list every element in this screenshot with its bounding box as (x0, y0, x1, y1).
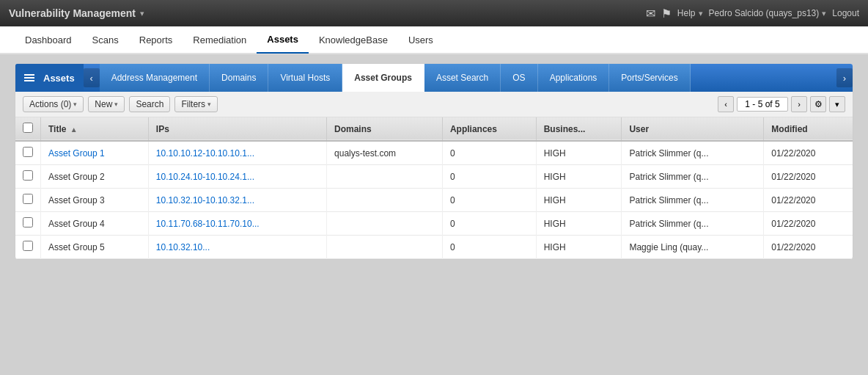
row-ips-link[interactable]: 10.10.24.10-10.10.24.1... (156, 172, 254, 182)
row-title: Asset Group 3 (41, 189, 149, 212)
nav-item-scans[interactable]: Scans (82, 26, 129, 54)
title-chevron: ▾ (140, 9, 144, 18)
row-user: Maggie Ling (quay... (622, 236, 764, 259)
row-checkbox-col (15, 189, 41, 212)
nav-item-remediation[interactable]: Remediation (183, 26, 257, 54)
row-checkbox-col (15, 165, 41, 189)
nav-item-users[interactable]: Users (398, 26, 444, 54)
row-ips-link[interactable]: 10.10.32.10-10.10.32.1... (156, 195, 254, 205)
asset-groups-table: Title ▲ IPs Domains Appliances Busines..… (15, 117, 853, 259)
help-chevron: ▾ (699, 9, 703, 18)
row-business: HIGH (536, 212, 622, 236)
prev-page-button[interactable]: ‹ (718, 96, 734, 112)
user-link[interactable]: Pedro Salcido (quays_ps13) (709, 8, 820, 18)
row-title-text: Asset Group 4 (48, 219, 105, 229)
new-chevron: ▾ (114, 101, 118, 108)
settings-button[interactable]: ⚙ (810, 96, 826, 112)
row-ips: 10.10.10.12-10.10.10.1... (148, 141, 326, 165)
col-ips: IPs (148, 117, 326, 141)
table-row: Asset Group 310.10.32.10-10.10.32.1...0H… (15, 189, 853, 212)
tab-os[interactable]: OS (501, 64, 537, 92)
row-appliances: 0 (442, 212, 536, 236)
actions-chevron: ▾ (73, 101, 77, 108)
row-user: Patrick Slimmer (q... (622, 189, 764, 212)
sort-arrow-title: ▲ (70, 125, 78, 134)
row-business: HIGH (536, 141, 622, 165)
nav-item-reports[interactable]: Reports (129, 26, 183, 54)
row-ips: 10.10.32.10-10.10.32.1... (148, 189, 326, 212)
table-body: Asset Group 110.10.10.12-10.10.10.1...qu… (15, 141, 853, 259)
tab-asset-groups[interactable]: Asset Groups (342, 64, 424, 92)
page-info: 1 - 5 of 5 (737, 97, 788, 112)
col-business: Busines... (536, 117, 622, 141)
top-bar-links: Help ▾ Pedro Salcido (quays_ps13) ▾ Logo… (677, 8, 859, 18)
assets-section-label: Assets (15, 64, 84, 92)
menu-icon (24, 74, 34, 81)
row-title: Asset Group 1 (41, 141, 149, 165)
tab-ports-services[interactable]: Ports/Services (609, 64, 690, 92)
tab-next-arrow[interactable]: › (836, 68, 853, 87)
row-modified: 01/22/2020 (764, 141, 853, 165)
col-appliances: Appliances (442, 117, 536, 141)
row-domains (327, 212, 443, 236)
row-modified: 01/22/2020 (764, 212, 853, 236)
tab-applications[interactable]: Applications (538, 64, 610, 92)
col-domains: Domains (327, 117, 443, 141)
tab-prev-arrow[interactable]: ‹ (84, 68, 100, 87)
row-checkbox[interactable] (23, 170, 33, 181)
select-all-checkbox[interactable] (23, 123, 33, 133)
nav-item-dashboard[interactable]: Dashboard (15, 26, 82, 54)
col-user: User (622, 117, 764, 141)
expand-button[interactable]: ▾ (829, 96, 845, 112)
row-checkbox[interactable] (23, 241, 33, 251)
table-row: Asset Group 510.10.32.10...0HIGHMaggie L… (15, 236, 853, 259)
table-row: Asset Group 410.11.70.68-10.11.70.10...0… (15, 212, 853, 236)
user-chevron: ▾ (822, 9, 826, 18)
tab-asset-search[interactable]: Asset Search (424, 64, 501, 92)
row-modified: 01/22/2020 (764, 165, 853, 189)
row-title: Asset Group 2 (41, 165, 149, 189)
nav-item-assets[interactable]: Assets (257, 26, 309, 54)
col-title: Title ▲ (41, 117, 149, 141)
table-row: Asset Group 110.10.10.12-10.10.10.1...qu… (15, 141, 853, 165)
row-appliances: 0 (442, 236, 536, 259)
row-domains (327, 165, 443, 189)
top-bar: Vulnerability Management ▾ ✉ ⚑ Help ▾ Pe… (0, 0, 868, 26)
row-ips: 10.10.32.10... (148, 236, 326, 259)
row-title-link[interactable]: Asset Group 1 (48, 148, 105, 159)
nav-item-knowledgebase[interactable]: KnowledgeBase (309, 26, 398, 54)
actions-button[interactable]: Actions (0) ▾ (23, 96, 84, 112)
row-business: HIGH (536, 165, 622, 189)
row-business: HIGH (536, 236, 622, 259)
row-title-text: Asset Group 2 (48, 172, 105, 182)
row-title: Asset Group 5 (41, 236, 149, 259)
app-title: Vulnerability Management (9, 7, 136, 19)
row-ips-link[interactable]: 10.10.10.12-10.10.10.1... (156, 148, 254, 159)
new-button[interactable]: New ▾ (88, 96, 125, 112)
mail-icon[interactable]: ✉ (646, 7, 655, 21)
row-domains (327, 189, 443, 212)
row-checkbox[interactable] (23, 217, 33, 227)
filters-button[interactable]: Filters ▾ (174, 96, 218, 112)
row-title-text: Asset Group 5 (48, 242, 105, 252)
row-ips: 10.11.70.68-10.11.70.10... (148, 212, 326, 236)
tab-virtual-hosts[interactable]: Virtual Hosts (268, 64, 342, 92)
row-domains: qualys-test.com (327, 141, 443, 165)
logout-link[interactable]: Logout (832, 8, 859, 18)
row-checkbox[interactable] (23, 194, 33, 204)
flag-icon[interactable]: ⚑ (661, 7, 672, 21)
row-ips-link[interactable]: 10.10.32.10... (156, 242, 210, 252)
search-button[interactable]: Search (129, 96, 170, 112)
row-business: HIGH (536, 189, 622, 212)
row-user: Patrick Slimmer (q... (622, 212, 764, 236)
row-ips-link[interactable]: 10.11.70.68-10.11.70.10... (156, 219, 260, 229)
row-checkbox-col (15, 141, 41, 165)
row-ips: 10.10.24.10-10.10.24.1... (148, 165, 326, 189)
col-modified: Modified (764, 117, 853, 141)
tab-address-management[interactable]: Address Management (100, 64, 210, 92)
next-page-button[interactable]: › (791, 96, 807, 112)
help-link[interactable]: Help (677, 8, 696, 18)
row-checkbox[interactable] (23, 147, 33, 157)
tab-domains[interactable]: Domains (210, 64, 268, 92)
main-container: Assets ‹ Address Management Domains Virt… (15, 63, 853, 260)
